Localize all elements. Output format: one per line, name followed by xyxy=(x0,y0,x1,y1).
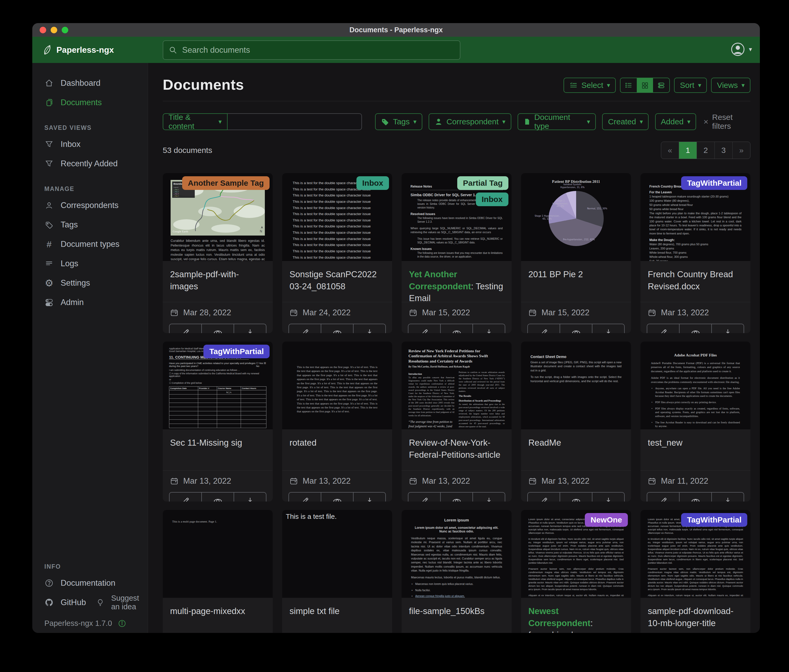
edit-button[interactable] xyxy=(528,324,560,333)
tag-badge[interactable]: Inbox xyxy=(476,193,508,206)
document-thumbnail[interactable]: Lorem ipsum dolor sit amet, consectetur … xyxy=(521,510,631,598)
document-thumbnail[interactable]: This is the text that appears on the fir… xyxy=(282,341,392,429)
document-card[interactable]: Boundary Waters TripLegend△ Day 1△ Day 2… xyxy=(163,173,273,333)
document-card[interactable]: Patient BP Distribution 2011Normal, 151,… xyxy=(521,173,631,333)
document-thumbnail[interactable]: Review of New York Federal Petitions for… xyxy=(402,341,511,429)
sidebar-item-admin[interactable]: Admin xyxy=(32,293,148,312)
list-view-button[interactable] xyxy=(620,78,637,92)
tag-badge[interactable]: TagWithPartial xyxy=(203,345,270,358)
title-content-filter-button[interactable]: Title & content ▾ xyxy=(163,113,228,130)
document-card[interactable]: French Country BreadFor the Leaven1 heap… xyxy=(640,173,751,333)
page-cell-1[interactable]: 1 xyxy=(679,142,696,159)
document-title[interactable]: ReadMe xyxy=(521,429,631,464)
correspondent-name[interactable]: Newest Correspondent xyxy=(529,606,591,628)
sidebar-item-inbox[interactable]: Inbox xyxy=(32,135,148,154)
document-title[interactable]: simple txt file xyxy=(282,598,392,632)
document-card[interactable]: This is a test file. simple txt file xyxy=(282,510,392,633)
document-title[interactable]: sample-pdf-download-10-mb-longer-title xyxy=(640,598,751,632)
download-button[interactable] xyxy=(233,493,266,502)
document-title[interactable]: Newest Correspondent: f_combineds xyxy=(521,598,631,632)
search-bar[interactable] xyxy=(163,40,460,60)
document-type-filter-button[interactable]: Document type ▾ xyxy=(517,113,596,130)
document-thumbnail[interactable]: Release NotesSimba ODBC Driver for SQL S… xyxy=(402,173,511,261)
detail-view-button[interactable] xyxy=(653,78,669,92)
view-button[interactable] xyxy=(679,324,711,333)
page-cell-3[interactable]: 3 xyxy=(714,142,732,159)
download-button[interactable] xyxy=(473,493,505,502)
edit-button[interactable] xyxy=(289,493,321,502)
document-title[interactable]: Sonstige ScanPC2022 03-24_081058 xyxy=(282,261,392,296)
search-input[interactable] xyxy=(182,45,455,55)
download-button[interactable] xyxy=(711,324,744,333)
sidebar-item-settings[interactable]: ⚙ Settings xyxy=(32,273,148,293)
document-card[interactable]: Lorem ipsumLorem ipsum dolor sit amet, c… xyxy=(402,510,511,633)
document-title[interactable]: multi-page-mixedxx xyxy=(163,598,273,632)
zoom-window-button[interactable] xyxy=(62,27,68,33)
sidebar-item-suggest-idea[interactable]: Suggest an idea xyxy=(86,593,148,612)
tag-badge[interactable]: Inbox xyxy=(356,176,389,190)
document-card[interactable]: Lorem ipsum dolor sit amet, consectetur … xyxy=(521,510,631,633)
tag-badge[interactable]: TagWithPartial xyxy=(681,176,747,190)
page-cell-2[interactable]: 2 xyxy=(696,142,714,159)
info-icon[interactable] xyxy=(118,619,126,628)
document-card[interactable]: This is a test for the double space char… xyxy=(282,173,392,333)
document-title[interactable]: file-sample_150kBs xyxy=(402,598,511,632)
tags-filter-button[interactable]: Tags ▾ xyxy=(375,113,422,130)
download-button[interactable] xyxy=(473,324,505,333)
edit-button[interactable] xyxy=(647,324,679,333)
document-card[interactable]: Contact Sheet DemoGiven a set of image f… xyxy=(521,341,631,502)
sidebar-item-dashboard[interactable]: Dashboard xyxy=(32,73,148,93)
page-cell-»[interactable]: » xyxy=(732,142,750,159)
edit-button[interactable] xyxy=(409,324,440,333)
sidebar-item-recently-added[interactable]: Recently Added xyxy=(32,154,148,174)
grid-view-button[interactable] xyxy=(637,78,653,92)
correspondent-filter-button[interactable]: Correspondent ▾ xyxy=(429,113,511,130)
download-button[interactable] xyxy=(353,493,385,502)
view-button[interactable] xyxy=(201,493,233,502)
document-title[interactable]: 2sample-pdf-with-images xyxy=(163,261,273,296)
document-title[interactable]: Review-of-New-York-Federal-Petitions-art… xyxy=(402,429,511,464)
document-thumbnail[interactable]: This is a test file. xyxy=(282,510,392,598)
document-thumbnail[interactable]: Boundary Waters TripLegend△ Day 1△ Day 2… xyxy=(163,173,273,261)
document-card[interactable]: This is a multi page document. Page 1. m… xyxy=(163,510,273,633)
title-content-filter-input[interactable] xyxy=(228,113,362,130)
view-button[interactable] xyxy=(201,324,233,333)
document-thumbnail[interactable]: French Country BreadFor the Leaven1 heap… xyxy=(640,173,751,261)
document-card[interactable]: Lorem ipsum dolor sit amet, consectetur … xyxy=(640,510,751,633)
download-button[interactable] xyxy=(711,493,744,502)
document-card[interactable]: Adobe Acrobat PDF FilesAdobe® Portable D… xyxy=(640,341,751,502)
created-filter-button[interactable]: Created ▾ xyxy=(602,113,648,130)
edit-button[interactable] xyxy=(289,324,321,333)
document-thumbnail[interactable]: This is a test for the double space char… xyxy=(282,173,392,261)
tag-badge[interactable]: Another Sample Tag xyxy=(182,176,270,190)
document-title[interactable]: 2011 BP Pie 2 xyxy=(521,261,631,296)
tag-badge[interactable]: TagWithPartial xyxy=(681,513,747,527)
edit-button[interactable] xyxy=(409,493,440,502)
sidebar-item-documents[interactable]: Documents xyxy=(32,93,148,112)
edit-button[interactable] xyxy=(169,493,201,502)
sidebar-item-tags[interactable]: Tags xyxy=(32,215,148,234)
sidebar-item-correspondents[interactable]: Correspondents xyxy=(32,196,148,215)
correspondent-name[interactable]: Yet Another Correspondent xyxy=(409,269,471,291)
document-card[interactable]: Review of New York Federal Petitions for… xyxy=(402,341,511,502)
added-filter-button[interactable]: Added ▾ xyxy=(655,113,696,130)
tag-badge[interactable]: NewOne xyxy=(585,513,628,527)
document-thumbnail[interactable]: Lorem ipsum dolor sit amet, consectetur … xyxy=(640,510,751,598)
download-button[interactable] xyxy=(592,324,624,333)
views-button[interactable]: Views ▾ xyxy=(711,78,751,93)
view-button[interactable] xyxy=(560,493,592,502)
view-button[interactable] xyxy=(321,493,353,502)
view-button[interactable] xyxy=(440,493,473,502)
view-button[interactable] xyxy=(321,324,353,333)
download-button[interactable] xyxy=(353,324,385,333)
document-card[interactable]: Application for Medical Staff MembersGoo… xyxy=(163,341,273,502)
page-cell-«[interactable]: « xyxy=(661,142,679,159)
reset-filters-button[interactable]: × Reset filters xyxy=(703,113,751,131)
document-title[interactable]: test_new xyxy=(640,429,751,464)
close-window-button[interactable] xyxy=(40,27,46,33)
sidebar-item-document-types[interactable]: # Document types xyxy=(32,234,148,254)
view-button[interactable] xyxy=(440,324,473,333)
download-button[interactable] xyxy=(233,324,266,333)
edit-button[interactable] xyxy=(528,493,560,502)
document-title[interactable]: Yet Another Correspondent: Testing Email xyxy=(402,261,511,296)
